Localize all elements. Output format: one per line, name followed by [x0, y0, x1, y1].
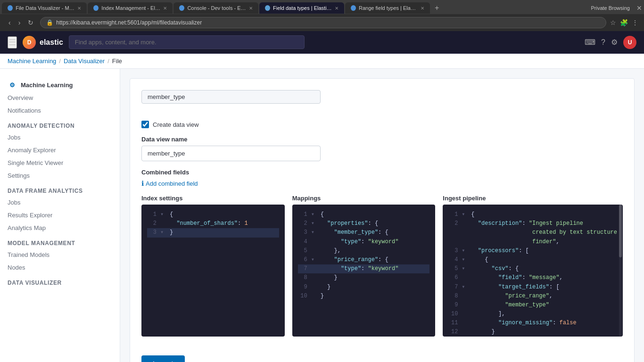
breadcrumb-sep-1: /: [59, 58, 61, 65]
index-line-3: 3 ▾ }: [147, 228, 279, 237]
reload-button[interactable]: ↻: [25, 18, 36, 27]
ingest-line-7: 7 ▾ "target_fields": [: [448, 283, 617, 292]
top-field-input[interactable]: [141, 90, 321, 104]
mapping-line-7: 7 "type": "keyword": [298, 264, 430, 273]
sidebar-item-nodes[interactable]: Nodes: [0, 261, 120, 274]
add-combined-field-label[interactable]: Add combined field: [146, 180, 198, 187]
tab-label-2: Index Management - Elas...: [101, 5, 160, 11]
menu-button[interactable]: ⋮: [632, 19, 638, 26]
browser-tab-3[interactable]: Console - Dev tools - Ela... ✕: [173, 2, 258, 14]
settings-button[interactable]: ⚙: [611, 38, 618, 47]
tab-favicon-3: [179, 5, 184, 11]
tab-label-5: Range field types | Elastic...: [359, 5, 418, 11]
ingest-line-10: 10 ],: [448, 310, 617, 319]
mapping-line-6: 6 ▾ "price_range": {: [298, 255, 430, 264]
browser-tab-4[interactable]: Field data types | ElasticS... ✕: [259, 2, 344, 14]
index-line-1: 1 ▾ {: [147, 210, 279, 219]
sidebar-item-single-metric-viewer[interactable]: Single Metric Viewer: [0, 156, 120, 169]
sidebar-item-jobs[interactable]: Jobs: [0, 131, 120, 144]
index-settings-title: Index settings: [141, 195, 285, 202]
tab-label-4: Field data types | ElasticS...: [273, 5, 332, 11]
tab-favicon-2: [93, 5, 99, 11]
mapping-line-5: 5 },: [298, 247, 430, 255]
tab-close-1[interactable]: ✕: [77, 6, 81, 11]
info-icon: ℹ: [141, 180, 144, 187]
top-field-row: [141, 90, 623, 113]
forward-nav-button[interactable]: ›: [16, 18, 24, 27]
ingest-pipeline-editor[interactable]: 1 ▾ { 2 "description": "Ingest pipeline: [443, 205, 623, 337]
mapping-line-1: 1 ▾ {: [298, 210, 430, 219]
close-window-button[interactable]: ✕: [636, 4, 642, 12]
user-avatar[interactable]: U: [623, 36, 636, 49]
mapping-line-2: 2 ▾ "properties": {: [298, 219, 430, 228]
tab-close-5[interactable]: ✕: [421, 6, 424, 11]
sidebar-item-results-explorer[interactable]: Results Explorer: [0, 209, 120, 222]
main-card: Create data view Data view name Combined…: [130, 78, 635, 362]
ingest-line-5: 5 ▾ "csv": {: [448, 264, 617, 273]
dev-tools-button[interactable]: ⌨: [585, 38, 595, 47]
browser-tab-2[interactable]: Index Management - Elas... ✕: [88, 2, 173, 14]
new-tab-button[interactable]: +: [431, 2, 443, 14]
url-text: https://kibana.evermight.net:5601/app/ml…: [56, 19, 202, 26]
import-button[interactable]: Import: [141, 355, 185, 362]
bookmarks-button[interactable]: ☆: [610, 19, 616, 26]
header-actions: ⌨ ? ⚙ U: [585, 36, 636, 49]
extensions-button[interactable]: 🧩: [620, 19, 628, 26]
tab-close-3[interactable]: ✕: [249, 6, 253, 11]
sidebar-item-notifications[interactable]: Notifications: [0, 104, 120, 117]
sidebar-item-dfa-jobs[interactable]: Jobs: [0, 196, 120, 209]
create-data-view-row: Create data view: [141, 121, 623, 128]
add-combined-field-link[interactable]: ℹ Add combined field: [141, 180, 623, 187]
create-data-view-label[interactable]: Create data view: [153, 121, 199, 128]
scrollbar-track: [619, 205, 622, 337]
create-data-view-checkbox[interactable]: [141, 121, 149, 128]
hamburger-menu[interactable]: ☰: [8, 36, 17, 49]
app-logo: D elastic: [23, 36, 63, 49]
combined-fields-title: Combined fields: [141, 169, 623, 176]
sidebar-item-analytics-map[interactable]: Analytics Map: [0, 222, 120, 234]
ingest-line-1: 1 ▾ {: [448, 210, 617, 219]
browser-tabs: File Data Visualizer - Mac... ✕ Index Ma…: [0, 0, 644, 14]
app-name: elastic: [40, 38, 63, 47]
sidebar-item-overview[interactable]: Overview: [0, 91, 120, 104]
ingest-line-2c: finder",: [448, 238, 617, 247]
sidebar-item-trained-models[interactable]: Trained Models: [0, 248, 120, 261]
mapping-line-3: 3 ▾ "member_type": {: [298, 228, 430, 237]
global-search-input[interactable]: [69, 35, 305, 49]
mapping-line-9: 9 }: [298, 283, 430, 292]
sidebar-model-management-group: Model Management: [0, 234, 120, 248]
sidebar-item-settings[interactable]: Settings: [0, 169, 120, 182]
breadcrumb-data-visualizer[interactable]: Data Visualizer: [64, 58, 105, 65]
mappings-editor[interactable]: 1 ▾ { 2 ▾ "properties": { 3: [292, 205, 436, 337]
browser-chrome: File Data Visualizer - Mac... ✕ Index Ma…: [0, 0, 644, 31]
tab-label-1: File Data Visualizer - Mac...: [16, 5, 74, 11]
tab-close-4[interactable]: ✕: [335, 6, 339, 11]
logo-icon: D: [23, 36, 36, 49]
address-bar[interactable]: 🔒 https://kibana.evermight.net:5601/app/…: [40, 17, 606, 28]
sidebar-item-anomaly-explorer[interactable]: Anomaly Explorer: [0, 144, 120, 156]
help-button[interactable]: ?: [601, 38, 605, 47]
back-nav-button[interactable]: ‹: [6, 18, 14, 27]
ingest-line-2: 2 "description": "Ingest pipeline: [448, 219, 617, 228]
breadcrumb-machine-learning[interactable]: Machine Learning: [8, 58, 56, 65]
data-view-name-row: Data view name: [141, 136, 623, 161]
data-view-name-input[interactable]: [141, 146, 321, 161]
content-area: Create data view Data view name Combined…: [120, 69, 644, 362]
scrollbar-thumb: [619, 205, 622, 257]
tab-close-2[interactable]: ✕: [163, 6, 167, 11]
tab-favicon-1: [8, 5, 13, 11]
mapping-line-8: 8 }: [298, 273, 430, 282]
tab-favicon-4: [265, 5, 270, 11]
data-view-name-label: Data view name: [141, 136, 623, 143]
sidebar-machine-learning-header: ⚙ Machine Learning: [0, 76, 120, 91]
browser-tab-5[interactable]: Range field types | Elastic... ✕: [345, 2, 430, 14]
mapping-line-10: 10 }: [298, 292, 430, 301]
breadcrumb-sep-2: /: [107, 58, 109, 65]
index-settings-editor[interactable]: 1 ▾ { 2 "number_of_shards": 1 3: [141, 205, 285, 337]
private-browsing-label: Private Browsing: [591, 5, 630, 11]
content-inner: Create data view Data view name Combined…: [120, 69, 644, 362]
browser-tab-1[interactable]: File Data Visualizer - Mac... ✕: [2, 2, 87, 14]
ingest-pipeline-title: Ingest pipeline: [443, 195, 623, 202]
breadcrumb-file: File: [112, 58, 122, 65]
ingest-line-3: 3 ▾ "processors": [: [448, 247, 617, 255]
